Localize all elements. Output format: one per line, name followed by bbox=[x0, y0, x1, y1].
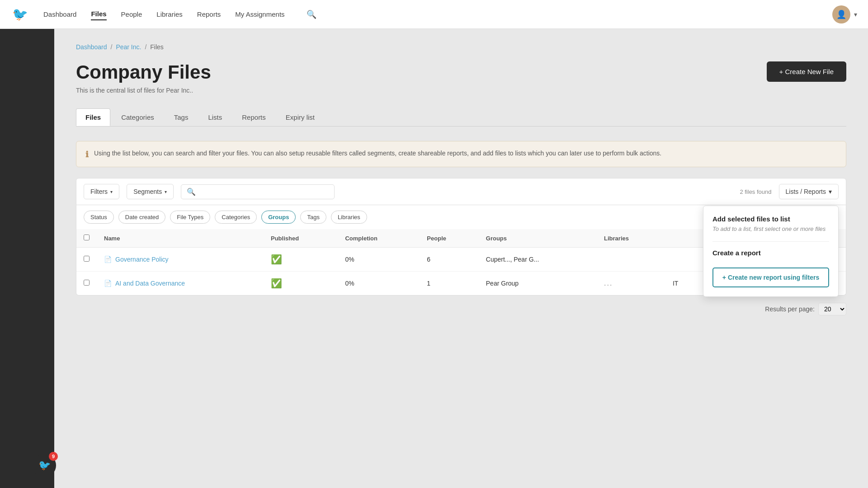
row2-extra-cell: IT bbox=[665, 272, 701, 296]
pagination-bar: Results per page: 20 50 100 bbox=[76, 296, 846, 323]
search-icon[interactable]: 🔍 bbox=[307, 9, 316, 19]
nav-my-assignments[interactable]: My Assignments bbox=[235, 9, 284, 20]
row1-checkbox[interactable] bbox=[84, 256, 90, 262]
tab-files[interactable]: Files bbox=[76, 108, 110, 126]
row2-name-cell: 📄 AI and Data Governance bbox=[97, 272, 264, 296]
row1-file-link[interactable]: 📄 Governance Policy bbox=[104, 256, 256, 263]
nav-people[interactable]: People bbox=[121, 9, 142, 20]
avatar[interactable]: 👤 bbox=[832, 5, 850, 23]
th-libraries: Libraries bbox=[597, 229, 665, 248]
row2-libraries-cell: ... bbox=[597, 272, 665, 296]
tabs: Files Categories Tags Lists Reports Expi… bbox=[76, 108, 846, 127]
info-text: Using the list below, you can search and… bbox=[94, 149, 661, 158]
row1-published-cell: ✅ bbox=[264, 248, 338, 272]
row1-groups-cell: Cupert..., Pear G... bbox=[479, 248, 597, 272]
add-to-list-title: Add selected files to list bbox=[712, 215, 829, 223]
chip-libraries[interactable]: Libraries bbox=[331, 211, 367, 224]
bottom-floating-button[interactable]: 🐦 9 bbox=[33, 454, 56, 477]
chip-file-types[interactable]: File Types bbox=[170, 211, 210, 224]
logo[interactable]: 🐦 bbox=[11, 5, 29, 23]
dropdown-divider bbox=[712, 241, 829, 242]
row2-more-button[interactable]: ... bbox=[604, 279, 613, 287]
lists-reports-chevron-icon: ▾ bbox=[829, 188, 832, 195]
row2-checkbox[interactable] bbox=[84, 280, 90, 286]
th-published: Published bbox=[264, 229, 338, 248]
info-box: ℹ Using the list below, you can search a… bbox=[76, 141, 846, 167]
th-people: People bbox=[420, 229, 478, 248]
nav-files[interactable]: Files bbox=[91, 8, 106, 20]
row2-people-cell: 1 bbox=[420, 272, 478, 296]
chip-date-created[interactable]: Date created bbox=[118, 211, 165, 224]
info-icon: ℹ bbox=[85, 150, 89, 160]
sidebar bbox=[0, 29, 54, 488]
nav-libraries[interactable]: Libraries bbox=[156, 9, 183, 20]
search-input[interactable] bbox=[199, 188, 329, 195]
th-completion: Completion bbox=[338, 229, 420, 248]
lists-reports-dropdown: Add selected files to list To add to a l… bbox=[703, 206, 839, 297]
create-new-report-button[interactable]: + Create new report using filters bbox=[712, 267, 829, 287]
segments-chevron-icon: ▾ bbox=[165, 189, 167, 194]
nav-reports[interactable]: Reports bbox=[197, 9, 221, 20]
th-extra bbox=[665, 229, 701, 248]
row2-published-cell: ✅ bbox=[264, 272, 338, 296]
row1-name-cell: 📄 Governance Policy bbox=[97, 248, 264, 272]
search-bar: 🔍 bbox=[181, 184, 335, 199]
select-all-checkbox[interactable] bbox=[84, 235, 90, 240]
page-title-block: Company Files This is the central list o… bbox=[76, 61, 211, 94]
row2-completion-cell: 0% bbox=[338, 272, 420, 296]
th-checkbox bbox=[76, 229, 97, 248]
row2-file-link[interactable]: 📄 AI and Data Governance bbox=[104, 280, 256, 287]
notification-badge: 9 bbox=[49, 452, 58, 461]
lists-reports-button[interactable]: Lists / Reports ▾ bbox=[779, 184, 839, 199]
published-check-icon: ✅ bbox=[271, 254, 282, 264]
breadcrumb-sep-2: / bbox=[145, 43, 146, 51]
chip-status[interactable]: Status bbox=[84, 211, 114, 224]
nav-right: 👤 ▾ bbox=[832, 5, 857, 23]
tab-reports[interactable]: Reports bbox=[233, 108, 275, 126]
file-icon: 📄 bbox=[104, 256, 112, 263]
row1-completion-cell: 0% bbox=[338, 248, 420, 272]
page-title: Company Files bbox=[76, 61, 211, 83]
row1-extra-cell bbox=[665, 248, 701, 272]
row1-checkbox-cell bbox=[76, 248, 97, 272]
tab-lists[interactable]: Lists bbox=[199, 108, 231, 126]
breadcrumb-files: Files bbox=[150, 43, 164, 51]
pagination-label: Results per page: bbox=[765, 305, 815, 313]
results-per-page-select[interactable]: 20 50 100 bbox=[818, 303, 846, 315]
search-icon: 🔍 bbox=[187, 188, 196, 196]
breadcrumb: Dashboard / Pear Inc. / Files bbox=[76, 43, 846, 51]
nav-dashboard[interactable]: Dashboard bbox=[43, 9, 76, 20]
th-groups: Groups bbox=[479, 229, 597, 248]
layout: Dashboard / Pear Inc. / Files Company Fi… bbox=[0, 29, 868, 488]
tab-categories[interactable]: Categories bbox=[112, 108, 163, 126]
create-new-file-button[interactable]: + Create New File bbox=[767, 61, 846, 82]
th-name: Name bbox=[97, 229, 264, 248]
chip-categories[interactable]: Categories bbox=[215, 211, 257, 224]
page-header: Company Files This is the central list o… bbox=[76, 61, 846, 94]
page-subtitle: This is the central list of files for Pe… bbox=[76, 87, 211, 94]
filters-chevron-icon: ▾ bbox=[110, 189, 113, 194]
main-content: Dashboard / Pear Inc. / Files Company Fi… bbox=[54, 29, 868, 488]
published-check-icon: ✅ bbox=[271, 278, 282, 288]
filters-button[interactable]: Filters ▾ bbox=[84, 184, 119, 199]
add-to-list-subtitle: To add to a list, first select one or mo… bbox=[712, 225, 829, 232]
filter-bar: Filters ▾ Segments ▾ 🔍 2 files found Lis… bbox=[76, 178, 846, 205]
row1-people-cell: 6 bbox=[420, 248, 478, 272]
nav-links: Dashboard Files People Libraries Reports… bbox=[43, 8, 832, 20]
bottom-icon-symbol: 🐦 bbox=[38, 460, 51, 471]
segments-button[interactable]: Segments ▾ bbox=[127, 184, 174, 199]
results-count: 2 files found bbox=[740, 188, 771, 195]
file-icon: 📄 bbox=[104, 280, 112, 287]
breadcrumb-pear-inc[interactable]: Pear Inc. bbox=[116, 43, 141, 51]
breadcrumb-sep-1: / bbox=[111, 43, 113, 51]
row2-checkbox-cell bbox=[76, 272, 97, 296]
row1-libraries-cell bbox=[597, 248, 665, 272]
chevron-down-icon[interactable]: ▾ bbox=[854, 11, 857, 18]
tab-tags[interactable]: Tags bbox=[165, 108, 198, 126]
chip-tags[interactable]: Tags bbox=[300, 211, 326, 224]
breadcrumb-dashboard[interactable]: Dashboard bbox=[76, 43, 107, 51]
main-nav: 🐦 Dashboard Files People Libraries Repor… bbox=[0, 0, 868, 29]
chip-groups[interactable]: Groups bbox=[261, 211, 296, 224]
tab-expiry-list[interactable]: Expiry list bbox=[277, 108, 324, 126]
create-report-title: Create a report bbox=[712, 249, 829, 257]
